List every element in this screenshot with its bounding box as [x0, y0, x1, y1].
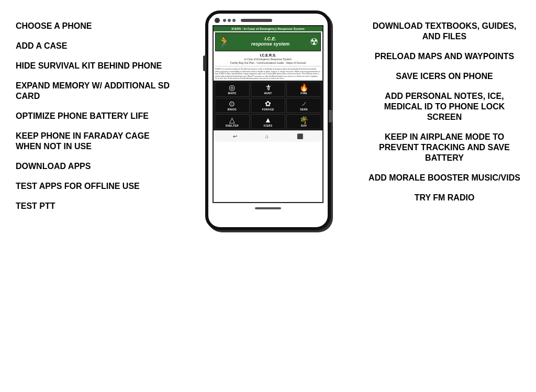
icers-radiation-icon: ☢: [310, 36, 318, 48]
left-item-3: EXPAND MEMORY W/ ADDITIONAL SD CARD: [16, 81, 173, 102]
right-column: DOWNLOAD TEXTBOOKS, GUIDES, AND FILESPRE…: [368, 21, 520, 212]
speaker-dot: [223, 19, 226, 22]
screen-title: I.C.E.R.S.: [214, 52, 322, 58]
screen-subtitle-icers: In Care of Emergency Response System: [214, 58, 322, 61]
app-grid: ◎MAPS🗡HUNT🔥FIRE⊙BINOS✿FORAGE⟋SERE△SHELTE…: [214, 81, 322, 130]
phone-illustration: ICERS - In Case of Emergency Response Sy…: [205, 10, 331, 230]
right-item-1: PRELOAD MAPS AND WAYPOINTS: [368, 51, 520, 62]
screen-header: ICERS - In Case of Emergency Response Sy…: [214, 26, 322, 31]
app-icon-fire: 🔥: [299, 84, 308, 91]
app-icon-shelter: △: [229, 116, 235, 124]
right-item-0: DOWNLOAD TEXTBOOKS, GUIDES, AND FILES: [368, 21, 520, 42]
left-item-7: TEST APPS FOR OFFLINE USE: [16, 181, 173, 192]
app-cell-icers[interactable]: ▲ICERS: [251, 114, 286, 129]
screen-divider: [215, 66, 321, 66]
bottom-nav-btn-0[interactable]: ↩: [233, 133, 237, 139]
app-label-icers: ICERS: [264, 124, 273, 127]
phone-camera: [215, 18, 220, 23]
speaker-dot: [232, 19, 236, 22]
screen-body-text: ICERS is a resource to plan for life-alt…: [214, 68, 322, 81]
app-icon-binos: ⊙: [229, 100, 235, 107]
app-cell-nav[interactable]: 🌴NAV: [286, 114, 321, 129]
left-item-6: DOWNLOAD APPS: [16, 161, 173, 172]
app-label-maps: MAPS: [228, 92, 237, 95]
phone-screen: ICERS - In Case of Emergency Response Sy…: [213, 25, 323, 203]
phone-volume-button: [203, 55, 206, 71]
phone-bottom-area: [208, 203, 328, 214]
speaker-dot: [228, 19, 231, 22]
left-column: CHOOSE A PHONEADD A CASEHIDE SURVIVAL KI…: [16, 21, 173, 221]
phone-speaker-bar: [241, 19, 272, 22]
screen-tagline: Family Bug Out Plan - Communications Gui…: [214, 61, 322, 65]
app-cell-maps[interactable]: ◎MAPS: [215, 82, 250, 97]
right-item-6: TRY FM RADIO: [368, 193, 520, 203]
icers-running-figure: 🏃: [218, 36, 231, 48]
left-item-8: TEST PTT: [16, 201, 173, 211]
app-label-hunt: HUNT: [264, 92, 272, 95]
app-icon-nav: 🌴: [299, 116, 308, 124]
app-label-forage: FORAGE: [262, 108, 274, 111]
app-icon-sere: ⟋: [300, 100, 308, 107]
phone-body: ICERS - In Case of Emergency Response Sy…: [205, 10, 331, 230]
app-cell-hunt[interactable]: 🗡HUNT: [251, 82, 286, 97]
left-item-2: HIDE SURVIVAL KIT BEHIND PHONE: [16, 61, 173, 71]
app-icon-icers: ▲: [264, 116, 272, 124]
phone-side-button: [329, 110, 333, 122]
right-item-4: KEEP IN AIRPLANE MODE TO PREVENT TRACKIN…: [368, 132, 520, 163]
left-item-0: CHOOSE A PHONE: [16, 21, 173, 31]
app-label-nav: NAV: [301, 124, 307, 127]
app-label-shelter: SHELTER: [226, 124, 239, 127]
left-item-1: ADD A CASE: [16, 41, 173, 51]
app-cell-sere[interactable]: ⟋SERE: [286, 98, 321, 113]
bottom-nav-btn-2[interactable]: ⬛: [297, 133, 303, 139]
app-cell-forage[interactable]: ✿FORAGE: [251, 98, 286, 113]
right-item-5: ADD MORALE BOOSTER MUSIC/VIDS: [368, 173, 520, 183]
phone-speaker-dots: [223, 19, 236, 22]
app-label-sere: SERE: [300, 108, 308, 111]
left-item-4: OPTIMIZE PHONE BATTERY LIFE: [16, 111, 173, 121]
app-label-fire: FIRE: [300, 92, 307, 95]
right-item-2: SAVE ICERS ON PHONE: [368, 71, 520, 82]
app-icon-maps: ◎: [229, 84, 235, 91]
app-icon-hunt: 🗡: [264, 84, 272, 91]
app-cell-fire[interactable]: 🔥FIRE: [286, 82, 321, 97]
app-cell-shelter[interactable]: △SHELTER: [215, 114, 250, 129]
right-item-3: ADD PERSONAL NOTES, ICE, MEDICAL ID TO P…: [368, 91, 520, 122]
app-icon-forage: ✿: [265, 100, 271, 107]
phone-top-bar: [208, 14, 328, 25]
icers-logo-text: I.C.E.response system: [251, 37, 290, 47]
icers-sign: 🏃 I.C.E.response system ☢: [215, 32, 321, 51]
app-cell-binos[interactable]: ⊙BINOS: [215, 98, 250, 113]
app-label-binos: BINOS: [228, 108, 237, 111]
phone-bottom-nav: ↩⌂⬛: [214, 130, 322, 142]
bottom-nav-btn-1[interactable]: ⌂: [265, 133, 269, 139]
left-item-5: KEEP PHONE IN FARADAY CAGE WHEN NOT IN U…: [16, 131, 173, 152]
home-indicator: [255, 207, 281, 209]
